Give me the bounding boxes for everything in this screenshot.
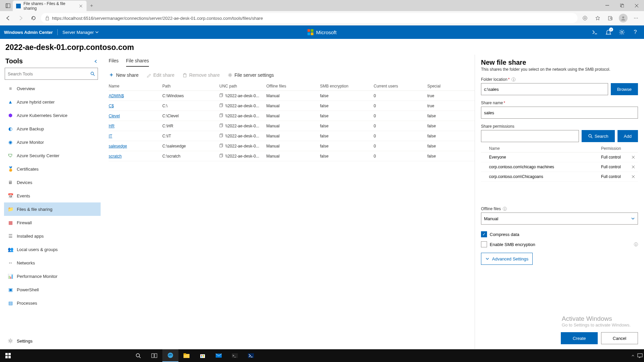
remove-permission-icon[interactable] xyxy=(631,175,638,179)
store-taskbar-icon[interactable] xyxy=(195,349,211,362)
browser-tab[interactable]: File shares - Files & file sharing xyxy=(13,1,87,11)
new-tab-button[interactable]: ＋ xyxy=(87,3,97,9)
minimize-window-icon[interactable] xyxy=(600,0,614,11)
table-row[interactable]: IT C:\IT \\2022-ae-desk-0... Manual fals… xyxy=(109,131,475,141)
notifications-icon[interactable]: 2 xyxy=(604,27,613,37)
copy-icon[interactable] xyxy=(219,123,224,127)
col-special[interactable]: Special xyxy=(427,82,475,91)
col-offline[interactable]: Offline files xyxy=(266,82,320,91)
col-unc[interactable]: UNC path xyxy=(219,82,266,91)
copy-icon[interactable] xyxy=(219,93,224,97)
sidebar-item-networks[interactable]: ↔Networks xyxy=(4,256,101,269)
advanced-settings-button[interactable]: Advanced Settings xyxy=(481,253,533,265)
offline-files-select[interactable]: Manual xyxy=(481,213,638,225)
search-taskbar-icon[interactable] xyxy=(130,349,146,362)
smb-encryption-checkbox[interactable]: Enable SMB encryption i xyxy=(481,241,638,247)
tab-actions-icon[interactable] xyxy=(3,1,13,10)
wac-brand[interactable]: Windows Admin Center xyxy=(4,30,53,35)
share-link[interactable]: ADMIN$ xyxy=(109,94,124,98)
powershell-icon[interactable] xyxy=(590,27,600,37)
back-icon[interactable] xyxy=(3,13,13,23)
search-tools-box[interactable] xyxy=(5,68,98,80)
sidebar-item-azure-monitor[interactable]: ◉Azure Monitor xyxy=(4,135,101,149)
table-row[interactable]: salesedge C:\salesedge \\2022-ae-desk-0.… xyxy=(109,141,475,151)
copy-icon[interactable] xyxy=(219,133,224,137)
task-view-icon[interactable] xyxy=(146,349,162,362)
cancel-button[interactable]: Cancel xyxy=(601,332,638,344)
action-center-icon[interactable] xyxy=(637,353,643,358)
share-name-input[interactable] xyxy=(481,107,638,119)
add-button[interactable]: Add xyxy=(618,130,638,142)
help-icon[interactable]: ? xyxy=(631,27,640,37)
sidebar-item-azure-security-center[interactable]: 🛡Azure Security Center xyxy=(4,149,101,162)
sidebar-item-performance-monitor[interactable]: 📊Performance Monitor xyxy=(4,269,101,283)
sidebar-item-events[interactable]: 📅Events xyxy=(4,189,101,202)
share-link[interactable]: scratch xyxy=(109,154,122,159)
info-icon[interactable]: i xyxy=(512,77,516,81)
sidebar-settings[interactable]: Settings xyxy=(4,334,97,348)
folder-location-input[interactable] xyxy=(481,83,608,95)
sidebar-item-processes[interactable]: ▤Processes xyxy=(4,296,101,310)
tab-file-shares[interactable]: File shares xyxy=(126,56,149,67)
permission-search-input[interactable] xyxy=(481,130,579,142)
table-row[interactable]: ADMIN$ C:\Windows \\2022-ae-desk-0... Ma… xyxy=(109,91,475,101)
start-button[interactable] xyxy=(0,349,16,362)
share-link[interactable]: Clevel xyxy=(109,114,120,118)
sidebar-item-azure-hybrid-center[interactable]: ▲Azure hybrid center xyxy=(4,95,101,109)
copy-icon[interactable] xyxy=(219,143,224,147)
close-tab-icon[interactable] xyxy=(78,4,83,8)
sidebar-item-firewall[interactable]: ▦Firewall xyxy=(4,216,101,229)
info-icon[interactable]: i xyxy=(634,242,638,246)
search-tools-input[interactable] xyxy=(8,71,90,76)
collections-icon[interactable] xyxy=(605,13,616,23)
remove-permission-icon[interactable] xyxy=(631,155,638,159)
url-input[interactable]: https://localhost:6516/servermanager/con… xyxy=(41,13,578,23)
col-path[interactable]: Path xyxy=(162,82,219,91)
sidebar-item-azure-kubernetes-service[interactable]: ⬢Azure Kubernetes Service xyxy=(4,109,101,122)
explorer-taskbar-icon[interactable] xyxy=(178,349,195,362)
tab-files[interactable]: Files xyxy=(109,56,119,67)
close-window-icon[interactable] xyxy=(629,0,644,11)
share-link[interactable]: HR xyxy=(109,124,114,128)
col-smb[interactable]: SMB encryption xyxy=(320,82,374,91)
context-dropdown[interactable]: Server Manager xyxy=(62,30,98,35)
sidebar-item-files-file-sharing[interactable]: 📁Files & file sharing xyxy=(4,202,101,216)
table-row[interactable]: scratch C:\scratch \\2022-ae-desk-0... M… xyxy=(109,151,475,161)
copy-icon[interactable] xyxy=(219,113,224,117)
share-link[interactable]: salesedge xyxy=(109,144,127,148)
col-current[interactable]: Current users xyxy=(374,82,427,91)
favorites-icon[interactable] xyxy=(592,13,603,23)
collapse-sidebar-icon[interactable] xyxy=(94,59,98,63)
sidebar-item-registry[interactable]: ▦Registry xyxy=(4,310,101,311)
sidebar-item-overview[interactable]: ≡Overview xyxy=(4,82,101,95)
sidebar-item-local-users-groups[interactable]: 👥Local users & groups xyxy=(4,243,101,256)
more-icon[interactable]: ··· xyxy=(631,13,641,23)
copy-icon[interactable] xyxy=(219,154,224,158)
browse-button[interactable]: Browse xyxy=(611,83,638,95)
cmd-taskbar-icon[interactable]: >_ xyxy=(227,349,243,362)
share-link[interactable]: IT xyxy=(109,134,112,138)
col-name[interactable]: Name xyxy=(109,82,162,91)
share-link[interactable]: C$ xyxy=(109,104,114,108)
remove-permission-icon[interactable] xyxy=(631,165,638,169)
mail-taskbar-icon[interactable] xyxy=(211,349,227,362)
refresh-icon[interactable] xyxy=(28,13,39,23)
tracking-icon[interactable] xyxy=(580,13,590,23)
sidebar-item-installed-apps[interactable]: ☰Installed apps xyxy=(4,229,101,243)
table-row[interactable]: C$ C:\ \\2022-ae-desk-0... Manual false … xyxy=(109,101,475,111)
table-row[interactable]: Clevel C:\Clevel \\2022-ae-desk-0... Man… xyxy=(109,111,475,121)
new-share-button[interactable]: ＋New share xyxy=(109,71,139,78)
info-icon[interactable]: i xyxy=(503,207,507,211)
profile-icon[interactable] xyxy=(618,13,629,23)
table-row[interactable]: HR C:\HR \\2022-ae-desk-0... Manual fals… xyxy=(109,121,475,131)
sidebar-item-azure-backup[interactable]: ◐Azure Backup xyxy=(4,122,101,135)
settings-icon[interactable] xyxy=(617,27,627,37)
maximize-window-icon[interactable] xyxy=(614,0,629,11)
powershell-taskbar-icon[interactable] xyxy=(243,349,259,362)
file-server-settings-button[interactable]: File server settings xyxy=(228,72,274,78)
search-button[interactable]: Search xyxy=(582,130,615,142)
compress-data-checkbox[interactable]: ✓ Compress data xyxy=(481,231,638,237)
tray-chevron-icon[interactable] xyxy=(631,354,635,357)
copy-icon[interactable] xyxy=(219,103,224,107)
create-button[interactable]: Create xyxy=(561,332,598,344)
